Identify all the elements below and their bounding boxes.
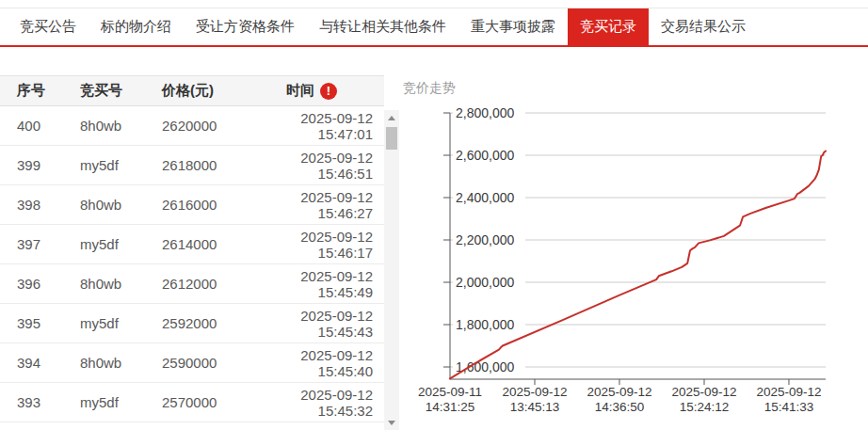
svg-text:2025-09-12: 2025-09-12	[671, 385, 736, 399]
scroll-up-button[interactable]	[384, 110, 399, 125]
cell-index: 397	[0, 236, 61, 252]
header-time: 时间 !	[243, 82, 384, 100]
table-row: 396 8h0wb 2612000 2025-09-12 15:45:49	[0, 264, 384, 304]
svg-text:2,200,000: 2,200,000	[456, 232, 514, 247]
cell-time: 2025-09-12 15:45:43	[243, 308, 384, 340]
cell-bidder: 8h0wb	[61, 118, 144, 134]
cell-index: 394	[0, 355, 61, 371]
cell-bidder: my5df	[61, 157, 144, 173]
header-price: 价格(元)	[144, 82, 243, 100]
cell-index: 395	[0, 315, 61, 331]
tab-subject-intro[interactable]: 标的物介绍	[88, 8, 184, 45]
svg-text:14:36:50: 14:36:50	[595, 400, 645, 414]
cell-time: 2025-09-12 15:45:40	[243, 347, 384, 379]
cell-price: 2618000	[144, 157, 243, 173]
section-tabbar: 竞买公告 标的物介绍 受让方资格条件 与转让相关其他条件 重大事项披露 竞买记录…	[0, 8, 868, 47]
cell-time: 2025-09-12 15:46:51	[243, 150, 384, 182]
cell-time: 2025-09-12 15:46:17	[243, 229, 384, 261]
table-row: 395 my5df 2592000 2025-09-12 15:45:43	[0, 304, 384, 343]
svg-text:2,800,000: 2,800,000	[456, 105, 514, 120]
svg-text:2025-09-12: 2025-09-12	[587, 385, 651, 399]
tab-result-announcement[interactable]: 交易结果公示	[649, 8, 758, 45]
cell-time: 2025-09-12 15:45:32	[243, 387, 384, 419]
svg-text:1,800,000: 1,800,000	[456, 317, 514, 332]
cell-index: 400	[0, 118, 61, 134]
header-bidder: 竞买号	[61, 82, 144, 100]
cell-price: 2612000	[144, 276, 243, 292]
cell-price: 2616000	[144, 197, 243, 213]
cell-bidder: my5df	[61, 394, 144, 410]
cell-bidder: 8h0wb	[61, 355, 144, 371]
svg-text:竞价走势: 竞价走势	[403, 80, 456, 95]
cell-bidder: my5df	[61, 236, 144, 252]
header-index: 序号	[0, 82, 61, 100]
cell-price: 2590000	[144, 355, 243, 371]
svg-text:2025-09-12: 2025-09-12	[502, 385, 567, 399]
cell-index: 396	[0, 276, 61, 292]
svg-text:2,600,000: 2,600,000	[456, 148, 514, 163]
cell-time: 2025-09-12 15:45:49	[243, 268, 384, 300]
table-row: 393 my5df 2570000 2025-09-12 15:45:32	[0, 383, 384, 422]
bid-record-panel: 序号 竞买号 价格(元) 时间 ! 400 8h0wb 2620000 2025…	[0, 75, 399, 430]
bid-trend-chart: 竞价走势2,800,0002,600,0002,400,0002,200,000…	[399, 75, 862, 430]
cell-index: 399	[0, 157, 61, 173]
tab-major-disclosure[interactable]: 重大事项披露	[458, 8, 568, 45]
tab-auction-notice[interactable]: 竞买公告	[8, 8, 88, 45]
cell-index: 398	[0, 197, 61, 213]
table-row: 400 8h0wb 2620000 2025-09-12 15:47:01	[0, 106, 384, 146]
tab-other-conditions[interactable]: 与转让相关其他条件	[307, 8, 458, 45]
cell-bidder: 8h0wb	[61, 276, 144, 292]
content-area: 序号 竞买号 价格(元) 时间 ! 400 8h0wb 2620000 2025…	[0, 75, 868, 430]
cell-bidder: 8h0wb	[61, 197, 144, 213]
svg-text:13:45:13: 13:45:13	[510, 400, 560, 414]
svg-text:2025-09-12: 2025-09-12	[756, 385, 821, 399]
bid-record-table: 序号 竞买号 价格(元) 时间 ! 400 8h0wb 2620000 2025…	[0, 75, 384, 422]
svg-text:2025-09-11: 2025-09-11	[418, 385, 482, 399]
cell-price: 2570000	[144, 394, 243, 410]
table-scrollbar[interactable]	[384, 110, 399, 430]
time-alert-icon[interactable]: !	[320, 83, 337, 100]
cell-bidder: my5df	[61, 315, 144, 331]
cell-price: 2620000	[144, 118, 243, 134]
table-row: 398 8h0wb 2616000 2025-09-12 15:46:27	[0, 185, 384, 225]
table-row: 397 my5df 2614000 2025-09-12 15:46:17	[0, 225, 384, 264]
svg-text:1,600,000: 1,600,000	[456, 359, 514, 374]
scroll-up-icon	[388, 116, 395, 120]
table-row: 394 8h0wb 2590000 2025-09-12 15:45:40	[0, 343, 384, 383]
svg-text:2,000,000: 2,000,000	[456, 275, 514, 290]
scrollbar-thumb[interactable]	[386, 127, 397, 150]
svg-text:15:24:12: 15:24:12	[680, 400, 730, 414]
svg-text:14:31:25: 14:31:25	[426, 400, 475, 414]
header-time-label: 时间	[286, 82, 314, 100]
cell-price: 2592000	[144, 315, 243, 331]
scroll-down-icon	[388, 421, 395, 425]
cell-index: 393	[0, 394, 61, 410]
table-header-row: 序号 竞买号 价格(元) 时间 !	[0, 75, 384, 106]
cell-price: 2614000	[144, 236, 243, 252]
scroll-down-button[interactable]	[384, 415, 399, 430]
table-row: 399 my5df 2618000 2025-09-12 15:46:51	[0, 146, 384, 185]
svg-text:2,400,000: 2,400,000	[456, 190, 514, 205]
cell-time: 2025-09-12 15:46:27	[243, 189, 384, 221]
tab-transferee-conditions[interactable]: 受让方资格条件	[184, 8, 307, 45]
svg-text:15:41:33: 15:41:33	[764, 400, 814, 414]
cell-time: 2025-09-12 15:47:01	[243, 110, 384, 142]
bid-trend-panel: 竞价走势2,800,0002,600,0002,400,0002,200,000…	[399, 75, 868, 430]
tab-bid-records[interactable]: 竞买记录	[568, 8, 649, 45]
